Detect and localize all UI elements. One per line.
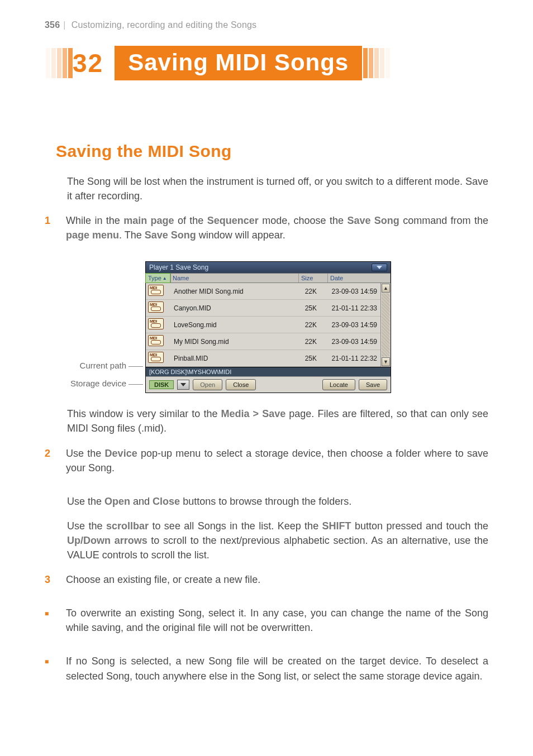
device-label: DISK bbox=[149, 380, 174, 389]
running-header: 356|Customizing, recording and editing t… bbox=[45, 20, 488, 30]
window-title: Player 1 Save Song bbox=[149, 264, 208, 271]
midi-file-icon bbox=[148, 335, 164, 346]
file-date: 23-09-03 14:59 bbox=[319, 338, 378, 346]
file-size: 25K bbox=[292, 304, 319, 312]
scroll-up-button[interactable]: ▲ bbox=[382, 284, 390, 293]
file-name: My MIDI Song.mid bbox=[170, 338, 292, 346]
bullet-1: ■ To overwrite an existing Song, select … bbox=[45, 606, 488, 645]
step-2: 2 Use the Device pop-up menu to select a… bbox=[45, 446, 488, 485]
header-size[interactable]: Size bbox=[299, 274, 328, 283]
header-divider: | bbox=[63, 20, 65, 30]
bullet-2-text: If no Song is selected, a new Song file … bbox=[66, 654, 488, 683]
bullet-2: ■ If no Song is selected, a new Song fil… bbox=[45, 654, 488, 693]
chapter-title: Saving MIDI Songs bbox=[115, 46, 362, 80]
current-path-bar: [KORG DISK]\MYSHOW\MIDI bbox=[146, 367, 391, 376]
file-name: Canyon.MID bbox=[170, 304, 292, 312]
close-button[interactable]: Close bbox=[226, 379, 256, 390]
header-type[interactable]: Type▲ bbox=[146, 274, 170, 283]
section-heading: Saving the MIDI Song bbox=[56, 142, 488, 161]
step-3-number: 3 bbox=[45, 572, 58, 597]
save-button[interactable]: Save bbox=[359, 379, 387, 390]
step-2-paragraph-2: Use the Open and Close buttons to browse… bbox=[67, 494, 488, 509]
file-size: 22K bbox=[292, 338, 319, 346]
step-1-text: While in the main page of the Sequencer … bbox=[66, 213, 488, 242]
step-3-text: Choose an existing file, or create a new… bbox=[66, 572, 488, 587]
file-list-scrollbar[interactable]: ▲ ▼ bbox=[380, 283, 391, 367]
midi-file-icon bbox=[148, 302, 164, 313]
callout-storage-device: Storage device bbox=[70, 379, 143, 388]
file-size: 22K bbox=[292, 321, 319, 329]
file-name: Pinball.MID bbox=[170, 355, 292, 362]
file-size: 25K bbox=[292, 355, 319, 362]
svg-marker-0 bbox=[377, 266, 382, 269]
decor-bars-right bbox=[362, 48, 390, 78]
file-row[interactable]: Pinball.MID 25K 21-01-11 22:32 bbox=[146, 350, 380, 367]
svg-marker-1 bbox=[180, 383, 186, 386]
midi-file-icon bbox=[148, 285, 164, 296]
header-name[interactable]: Name bbox=[170, 274, 299, 283]
device-dropdown[interactable] bbox=[177, 380, 189, 390]
callout-current-path: Current path bbox=[80, 361, 143, 370]
screenshot-callouts: Current path Storage device bbox=[67, 261, 145, 395]
step-1-number: 1 bbox=[45, 213, 58, 252]
file-date: 23-09-03 14:59 bbox=[319, 288, 378, 295]
bullet-marker-icon: ■ bbox=[45, 606, 58, 645]
file-row[interactable]: LoveSong.mid 22K 23-09-03 14:59 bbox=[146, 317, 380, 333]
step-1: 1 While in the main page of the Sequence… bbox=[45, 213, 488, 252]
file-row[interactable]: My MIDI Song.mid 22K 23-09-03 14:59 bbox=[146, 333, 380, 350]
open-button[interactable]: Open bbox=[193, 379, 222, 390]
decor-bars-left bbox=[45, 48, 73, 78]
sort-indicator-icon: ▲ bbox=[163, 276, 167, 281]
page-number: 356 bbox=[45, 20, 60, 30]
after-shot-paragraph: This window is very similar to the Media… bbox=[67, 406, 488, 436]
file-list-header: Type▲ Name Size Date bbox=[146, 273, 391, 283]
step-2-number: 2 bbox=[45, 446, 58, 485]
step-3: 3 Choose an existing file, or create a n… bbox=[45, 572, 488, 597]
file-row[interactable]: Another MIDI Song.mid 22K 23-09-03 14:59 bbox=[146, 283, 380, 300]
file-list[interactable]: Another MIDI Song.mid 22K 23-09-03 14:59… bbox=[146, 283, 380, 367]
file-size: 22K bbox=[292, 288, 319, 295]
scroll-down-button[interactable]: ▼ bbox=[382, 357, 390, 366]
chapter-number: 32 bbox=[73, 48, 115, 78]
midi-file-icon bbox=[148, 352, 164, 363]
file-name: Another MIDI Song.mid bbox=[170, 288, 292, 295]
file-row[interactable]: Canyon.MID 25K 21-01-11 22:33 bbox=[146, 300, 380, 317]
step-2-text: Use the Device pop-up menu to select a s… bbox=[66, 446, 488, 475]
bullet-marker-icon: ■ bbox=[45, 654, 58, 693]
scroll-track[interactable] bbox=[382, 293, 390, 357]
step-2-paragraph-3: Use the scrollbar to see all Songs in th… bbox=[67, 519, 488, 562]
window-footer: DISK Open Close Locate Save bbox=[146, 376, 391, 393]
file-date: 21-01-11 22:32 bbox=[319, 355, 378, 362]
bullet-1-text: To overwrite an existing Song, select it… bbox=[66, 606, 488, 635]
header-date[interactable]: Date bbox=[328, 274, 391, 283]
midi-file-icon bbox=[148, 318, 164, 329]
file-date: 23-09-03 14:59 bbox=[319, 321, 378, 329]
locate-button[interactable]: Locate bbox=[322, 379, 355, 390]
file-date: 21-01-11 22:33 bbox=[319, 304, 378, 312]
file-name: LoveSong.mid bbox=[170, 321, 292, 329]
save-song-window: Player 1 Save Song Type▲ Name Size Date … bbox=[145, 261, 391, 393]
chapter-heading: 32Saving MIDI Songs bbox=[45, 46, 488, 80]
screenshot-figure: Current path Storage device Player 1 Sav… bbox=[67, 261, 488, 395]
window-titlebar: Player 1 Save Song bbox=[146, 262, 391, 273]
page-menu-button[interactable] bbox=[372, 264, 387, 271]
running-title: Customizing, recording and editing the S… bbox=[72, 20, 257, 30]
intro-paragraph: The Song will be lost when the instrumen… bbox=[67, 174, 488, 203]
